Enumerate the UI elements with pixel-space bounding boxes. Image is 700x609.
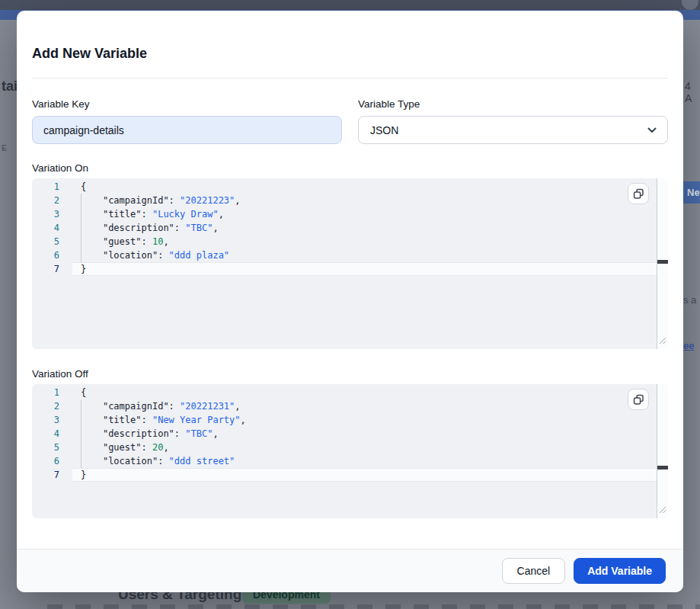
cursor-position-marker: [657, 466, 668, 470]
line-number: 4: [32, 427, 72, 441]
code-line[interactable]: 1{: [32, 386, 668, 399]
chevron-down-icon: [647, 125, 657, 136]
code-text: "location": "ddd plaza": [72, 248, 229, 262]
code-line[interactable]: 2 "campaignId": "20221223",: [32, 194, 668, 207]
variable-type-value: JSON: [370, 124, 398, 136]
code-text: "title": "New Year Party",: [72, 413, 246, 427]
line-number: 2: [32, 194, 72, 207]
editor-scrollbar[interactable]: [657, 178, 668, 349]
line-number: 4: [32, 221, 72, 235]
background-top-navbar: [0, 0, 700, 10]
variation-off-label: Variation Off: [32, 368, 668, 380]
add-variable-button[interactable]: Add Variable: [574, 558, 666, 584]
line-number: 6: [32, 248, 72, 262]
copy-icon: [633, 394, 644, 405]
code-line[interactable]: 5 "guest": 10,: [32, 235, 668, 248]
copy-button[interactable]: [628, 183, 649, 204]
add-variable-modal: Add New Variable Variable Key Variable T…: [17, 11, 683, 592]
code-line[interactable]: 2 "campaignId": "20221231",: [32, 399, 668, 413]
code-text: "guest": 20,: [72, 441, 169, 454]
line-number: 1: [32, 180, 72, 194]
editor-scrollbar[interactable]: [657, 384, 668, 518]
modal-title: Add New Variable: [32, 11, 668, 62]
code-text: "location": "ddd street": [72, 454, 235, 468]
copy-button[interactable]: [628, 389, 649, 410]
code-line[interactable]: 5 "guest": 20,: [32, 441, 668, 454]
code-line[interactable]: 3 "title": "Lucky Draw",: [32, 207, 668, 221]
code-line[interactable]: 3 "title": "New Year Party",: [32, 413, 668, 427]
line-number: 1: [32, 386, 72, 399]
background-button-fragment: Ne: [683, 181, 700, 204]
resize-handle-icon[interactable]: [659, 504, 666, 518]
code-line[interactable]: 1{: [32, 180, 668, 194]
code-line[interactable]: 6 "location": "ddd plaza": [32, 248, 668, 262]
code-text: "description": "TBC",: [72, 427, 219, 441]
code-line[interactable]: 6 "location": "ddd street": [32, 454, 668, 468]
background-date-fragment: 4 A: [685, 80, 700, 104]
line-number: 7: [32, 468, 72, 482]
cursor-position-marker: [657, 260, 668, 264]
modal-footer: Cancel Add Variable: [17, 549, 683, 592]
line-number: 5: [32, 235, 72, 248]
line-number: 2: [32, 399, 72, 413]
code-text: "campaignId": "20221223",: [72, 194, 241, 207]
cancel-button[interactable]: Cancel: [502, 558, 566, 584]
line-number: 3: [32, 207, 72, 221]
code-text: }: [72, 262, 86, 276]
code-text: "guest": 10,: [72, 235, 169, 248]
code-text: "campaignId": "20221231",: [72, 399, 241, 413]
variable-type-label: Variable Type: [358, 98, 668, 110]
copy-icon: [633, 188, 644, 200]
code-text: "description": "TBC",: [72, 221, 219, 235]
background-label-fragment: E: [2, 144, 7, 152]
resize-handle-icon[interactable]: [659, 335, 666, 348]
code-text: {: [72, 386, 86, 399]
code-line[interactable]: 4 "description": "TBC",: [32, 221, 668, 235]
background-heading-fragment: tai: [2, 79, 18, 95]
line-number: 5: [32, 441, 72, 454]
variable-key-label: Variable Key: [32, 98, 342, 110]
variable-key-input[interactable]: [32, 116, 342, 144]
code-text: "title": "Lucky Draw",: [72, 207, 224, 221]
variable-type-select[interactable]: JSON: [358, 116, 668, 144]
line-number: 3: [32, 413, 72, 427]
code-text: {: [72, 180, 86, 194]
variation-off-editor[interactable]: 1{2 "campaignId": "20221231",3 "title": …: [32, 384, 668, 518]
divider: [32, 78, 668, 79]
code-line[interactable]: 7}: [32, 468, 668, 482]
code-line[interactable]: 7}: [32, 262, 668, 276]
background-table-edge: [47, 604, 700, 609]
background-link-fragment: ee: [683, 340, 694, 351]
variation-on-label: Variation On: [32, 162, 668, 174]
code-text: }: [72, 468, 86, 482]
line-number: 7: [32, 262, 72, 276]
background-text-fragment: s a: [683, 294, 696, 306]
line-number: 6: [32, 454, 72, 468]
code-line[interactable]: 4 "description": "TBC",: [32, 427, 668, 441]
variation-on-editor[interactable]: 1{2 "campaignId": "20221223",3 "title": …: [32, 178, 668, 349]
